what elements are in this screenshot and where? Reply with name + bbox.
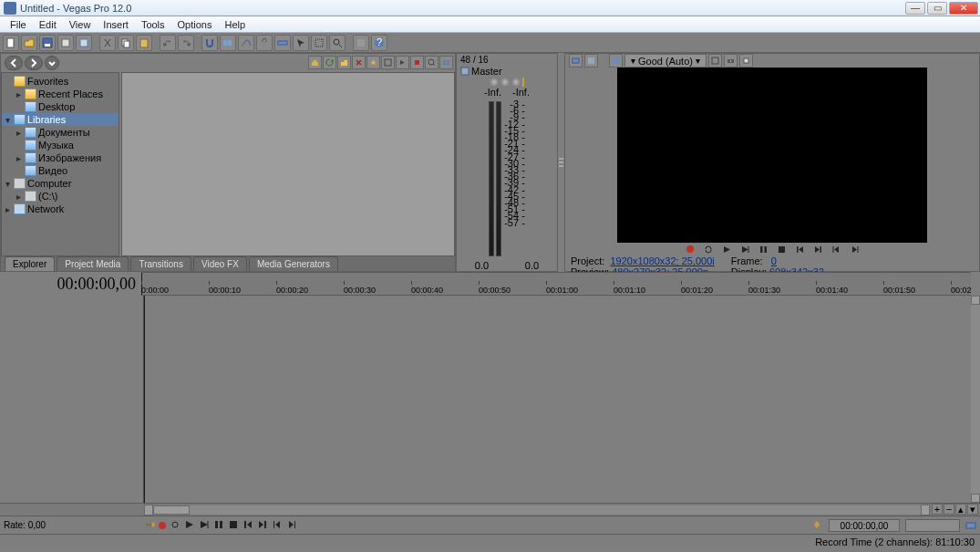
tree-item[interactable]: Desktop: [2, 100, 119, 113]
transport-timecode[interactable]: 00:00:00,00: [829, 519, 900, 532]
transport-selection-start[interactable]: [905, 519, 960, 532]
mixer-fader-icon[interactable]: [522, 78, 524, 87]
redo-button[interactable]: [178, 35, 194, 51]
normal-edit-button[interactable]: [293, 35, 309, 51]
tl-play-start-button[interactable]: [184, 519, 195, 532]
views-dropdown-button[interactable]: [439, 56, 453, 69]
menu-edit[interactable]: Edit: [33, 17, 63, 32]
minimize-button[interactable]: —: [905, 2, 925, 15]
tl-pause-button[interactable]: [213, 519, 224, 532]
preview-split-button[interactable]: [609, 54, 623, 68]
zoom-out-h-button[interactable]: −: [944, 504, 954, 515]
tree-item[interactable]: Favorites: [2, 75, 119, 88]
save-button[interactable]: [39, 35, 56, 51]
splitter-handle[interactable]: [558, 53, 564, 272]
zoom-in-v-button[interactable]: ▴: [955, 504, 966, 515]
tab-project-media[interactable]: Project Media: [57, 256, 129, 271]
preview-snapshot-button[interactable]: [724, 54, 738, 68]
render-as-button[interactable]: [76, 35, 92, 51]
preview-quality-combo[interactable]: ▾ Good (Auto) ▾: [624, 54, 707, 68]
preview-prev-frame-button[interactable]: [830, 243, 842, 255]
tree-item[interactable]: Музыка: [2, 139, 119, 151]
timeline-timecode[interactable]: 00:00:00,00: [0, 275, 141, 294]
lock-envelopes-button[interactable]: [256, 35, 273, 51]
zoom-out-v-button[interactable]: ▾: [967, 504, 978, 515]
delete-button[interactable]: [352, 56, 366, 69]
autoplay-button[interactable]: [396, 56, 409, 69]
preview-stop-button[interactable]: [410, 56, 424, 69]
tl-play-button[interactable]: [199, 519, 210, 532]
tree-item[interactable]: ▸Network: [2, 203, 119, 215]
tab-transitions[interactable]: Transitions: [130, 256, 191, 271]
preview-overlay-button[interactable]: [708, 54, 722, 68]
preview-stop-button[interactable]: [775, 243, 788, 255]
preview-play-button[interactable]: [738, 243, 751, 255]
maximize-button[interactable]: ▭: [927, 2, 947, 15]
tl-loop-button[interactable]: [170, 519, 181, 532]
timeline-ruler[interactable]: 0:00:0000:00:1000:00:2000:00:3000:00:400…: [141, 272, 971, 296]
paste-button[interactable]: [136, 35, 152, 51]
fav-add-button[interactable]: [366, 56, 380, 69]
view-button[interactable]: [381, 56, 395, 69]
copy-button[interactable]: [118, 35, 134, 51]
undo-button[interactable]: [160, 35, 176, 51]
mixer-mute-button[interactable]: [490, 78, 499, 87]
tab-media-generators[interactable]: Media Generators: [249, 256, 338, 271]
help-button[interactable]: ?: [371, 35, 387, 51]
tl-record-button[interactable]: [159, 522, 166, 529]
file-list[interactable]: [121, 72, 455, 256]
track-lane-area[interactable]: [144, 296, 971, 503]
tree-item[interactable]: ▾Computer: [2, 177, 119, 190]
menu-view[interactable]: View: [63, 17, 98, 32]
cut-button[interactable]: [99, 35, 116, 51]
snap-button[interactable]: [201, 35, 218, 51]
tab-video-fx[interactable]: Video FX: [193, 256, 247, 271]
vertical-scrollbar[interactable]: [971, 296, 980, 503]
preview-ext-monitor-button[interactable]: [569, 54, 583, 68]
menu-help[interactable]: Help: [218, 17, 252, 32]
tl-go-start-button[interactable]: [242, 519, 253, 532]
preview-go-start-button[interactable]: [793, 243, 806, 255]
close-button[interactable]: ✕: [949, 2, 978, 15]
tl-prev-frame-button[interactable]: [272, 519, 283, 532]
menu-tools[interactable]: Tools: [135, 17, 171, 32]
mixer-solo-button[interactable]: [500, 78, 510, 87]
folder-tree[interactable]: Favorites▸Recent PlacesDesktop▾Libraries…: [1, 72, 119, 256]
menu-options[interactable]: Options: [171, 17, 219, 32]
home-button[interactable]: [308, 56, 322, 69]
preview-loop-button[interactable]: [702, 243, 715, 255]
horizontal-scrollbar[interactable]: [144, 504, 930, 516]
zoom-edit-button[interactable]: [329, 35, 346, 51]
menu-insert[interactable]: Insert: [97, 17, 135, 32]
tl-stop-button[interactable]: [228, 519, 239, 532]
new-project-button[interactable]: [3, 35, 19, 51]
preview-go-end-button[interactable]: [811, 243, 824, 255]
auto-crossfade-button[interactable]: [238, 35, 254, 51]
mixer-dim-button[interactable]: [511, 78, 521, 87]
up-button[interactable]: [337, 56, 351, 69]
tree-item[interactable]: ▸Изображения: [2, 151, 119, 164]
tl-next-frame-button[interactable]: [286, 519, 297, 532]
scrub-control[interactable]: [144, 520, 155, 531]
preview-play-start-button[interactable]: [720, 243, 733, 255]
ignore-grouping-button[interactable]: [274, 35, 291, 51]
properties-button[interactable]: [57, 35, 74, 51]
tree-item[interactable]: Видео: [2, 164, 119, 177]
nav-history-button[interactable]: [45, 56, 59, 70]
preview-copy-button[interactable]: [739, 54, 753, 68]
preview-output-fx-button[interactable]: [584, 54, 598, 68]
open-button[interactable]: [21, 35, 37, 51]
track-header-area[interactable]: [0, 296, 144, 503]
selection-edit-button[interactable]: [311, 35, 327, 51]
auto-ripple-button[interactable]: [220, 35, 236, 51]
zoom-in-h-button[interactable]: +: [932, 504, 943, 515]
tree-item[interactable]: ▸(C:\): [2, 190, 119, 203]
nav-back-button[interactable]: [5, 56, 23, 70]
region-view-button[interactable]: [425, 56, 438, 69]
project-value[interactable]: 1920x1080x32; 25,000i: [610, 255, 714, 266]
tab-explorer[interactable]: Explorer: [5, 256, 55, 271]
fit-zoom-button[interactable]: [965, 520, 976, 531]
nav-forward-button[interactable]: [25, 56, 43, 70]
menu-file[interactable]: File: [4, 17, 33, 32]
refresh-button[interactable]: [323, 56, 336, 69]
